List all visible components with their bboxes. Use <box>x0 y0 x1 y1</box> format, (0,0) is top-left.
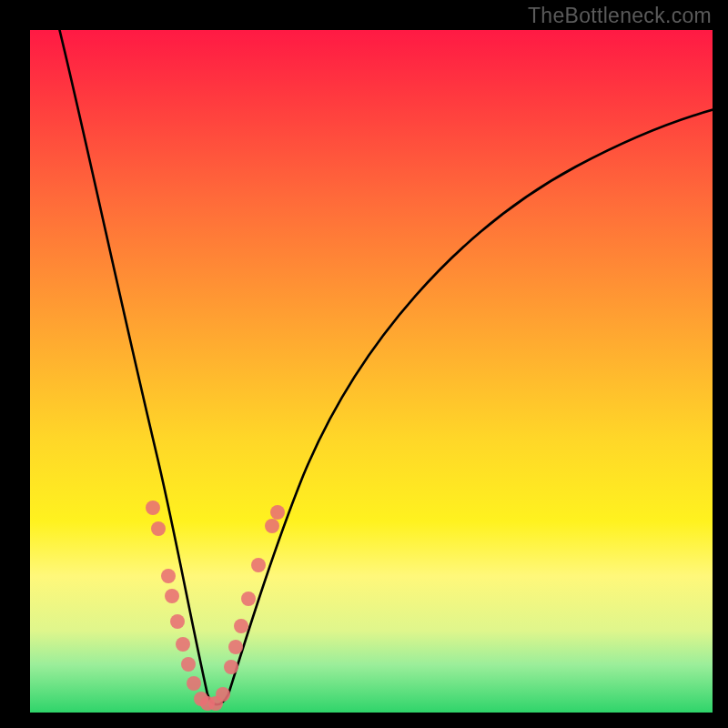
chart-area <box>30 30 713 713</box>
svg-point-2 <box>161 569 176 583</box>
svg-point-13 <box>228 640 243 654</box>
svg-point-14 <box>234 619 248 633</box>
svg-point-4 <box>170 614 185 629</box>
svg-point-7 <box>187 676 201 691</box>
svg-point-18 <box>270 505 285 520</box>
bottleneck-chart <box>30 30 713 713</box>
svg-point-11 <box>216 687 230 702</box>
svg-point-12 <box>224 660 238 674</box>
svg-point-1 <box>151 521 166 536</box>
svg-point-15 <box>241 592 256 606</box>
svg-point-17 <box>265 519 279 533</box>
watermark-text: TheBottleneck.com <box>528 4 712 28</box>
svg-point-6 <box>181 657 196 672</box>
svg-point-0 <box>146 500 160 515</box>
bottleneck-curve-path <box>57 30 713 704</box>
svg-point-3 <box>165 589 179 603</box>
svg-point-5 <box>176 637 190 652</box>
svg-point-16 <box>251 558 266 572</box>
highlight-dots <box>146 500 285 711</box>
